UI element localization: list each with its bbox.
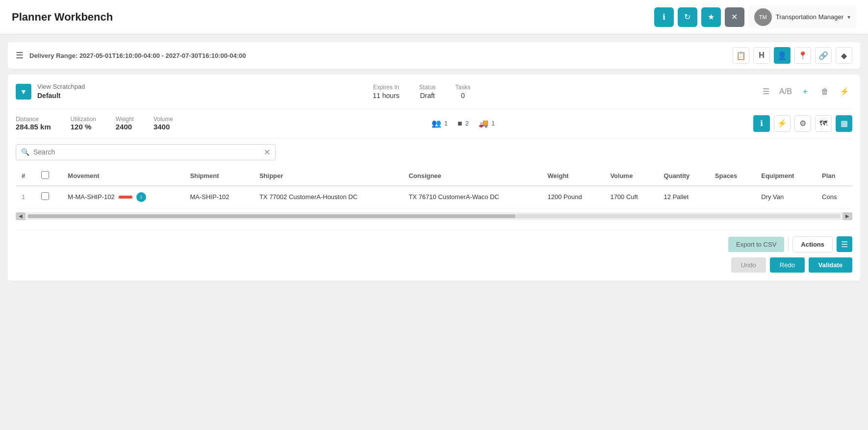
bottom-actions: Export to CSV Actions ☰ [16, 230, 852, 253]
search-icon: 🔍 [21, 148, 29, 156]
delete-action-button[interactable]: 🗑 [817, 84, 833, 100]
scratchpad-info: View Scratchpad Default [37, 82, 85, 101]
validate-button[interactable]: Validate [809, 257, 852, 273]
select-all-checkbox[interactable] [41, 171, 49, 179]
col-equipment: Equipment [755, 166, 816, 186]
scrollbar-track [27, 214, 841, 218]
red-bar-indicator [119, 196, 132, 199]
cell-weight: 1200 Pound [542, 186, 605, 208]
truck-icon: 🚚 [479, 119, 488, 128]
info-button[interactable]: ℹ [654, 7, 674, 27]
tasks-label: Tasks [456, 84, 471, 91]
heading-icon-btn[interactable]: H [753, 47, 770, 64]
volume-label: Volume [153, 116, 173, 123]
table-header-row: # Movement Shipment Shipper Consignee We… [16, 166, 852, 186]
actions-button[interactable]: Actions [792, 236, 833, 253]
app-header: Planner Workbench ℹ ↻ ★ ✕ TM Transportat… [0, 0, 868, 34]
pin-icon-btn[interactable]: 📍 [794, 47, 811, 64]
search-bar: 🔍 ✕ [16, 144, 276, 160]
redo-button[interactable]: Redo [770, 257, 805, 273]
search-clear-button[interactable]: ✕ [264, 148, 270, 157]
close-button[interactable]: ✕ [725, 7, 744, 27]
scroll-left-button[interactable]: ◀ [16, 212, 26, 220]
search-input[interactable] [33, 148, 264, 156]
col-plan: Plan [816, 166, 852, 186]
lightning-stats-button[interactable]: ⚡ [774, 115, 791, 132]
weight-stat: Weight 2400 [116, 116, 134, 131]
cell-plan: Cons [816, 186, 852, 208]
gear-stats-button[interactable]: ⚙ [794, 115, 811, 132]
col-weight: Weight [542, 166, 605, 186]
clipboard-icon-btn[interactable]: 📋 [733, 47, 749, 64]
avatar: TM [754, 8, 772, 26]
row-info-button[interactable]: i [136, 192, 146, 202]
cell-num: 1 [16, 186, 35, 208]
volume-stat: Volume 3400 [153, 116, 173, 131]
info-stats-button[interactable]: ℹ [753, 115, 770, 132]
data-table: # Movement Shipment Shipper Consignee We… [16, 166, 852, 208]
link-icon-btn[interactable]: 🔗 [815, 47, 832, 64]
scroll-right-button[interactable]: ▶ [842, 212, 852, 220]
box-icon: ■ [458, 119, 462, 128]
scratchpad-actions: ☰ A/B + 🗑 ⚡ [758, 84, 852, 100]
text-action-button[interactable]: A/B [778, 84, 793, 100]
top-bar: ☰ Delivery Range: 2027-05-01T16:10:00-04… [8, 42, 860, 69]
stats-left: Distance 284.85 km Utilization 120 % Wei… [16, 116, 173, 131]
volume-value: 3400 [153, 123, 173, 131]
person-icon: 👥 [432, 119, 441, 128]
scratchpad-toggle-button[interactable]: ▼ [16, 84, 31, 100]
map-stats-button[interactable]: 🗺 [815, 115, 832, 132]
stats-row: Distance 284.85 km Utilization 120 % Wei… [16, 109, 852, 138]
badge-3: 🚚 1 [479, 119, 495, 128]
menu-icon[interactable]: ☰ [16, 50, 24, 61]
list-action-button[interactable]: ☰ [758, 84, 774, 100]
row-checkbox[interactable] [41, 192, 49, 200]
data-table-container: # Movement Shipment Shipper Consignee We… [16, 166, 852, 208]
user-profile[interactable]: TM Transportation Manager ▾ [748, 5, 856, 29]
lightning-action-button[interactable]: ⚡ [837, 84, 852, 100]
page-title: Planner Workbench [12, 11, 113, 24]
movement-id: M-MA-SHIP-102 [68, 193, 114, 201]
cell-spaces [709, 186, 755, 208]
grid-stats-button[interactable]: ▦ [836, 115, 852, 132]
status-label: Status [419, 84, 436, 91]
refresh-button[interactable]: ↻ [678, 7, 697, 27]
tasks-value: 0 [456, 92, 471, 100]
expires-in-item: Expires In 11 hours [373, 84, 399, 100]
distance-label: Distance [16, 116, 51, 123]
utilization-label: Utilization [71, 116, 96, 123]
diamond-icon-btn[interactable]: ◆ [836, 47, 852, 64]
col-checkbox [35, 166, 62, 186]
col-movement: Movement [62, 166, 184, 186]
actions-list-button[interactable]: ☰ [837, 236, 852, 252]
chevron-down-icon: ▾ [847, 14, 850, 21]
export-csv-button[interactable]: Export to CSV [728, 237, 784, 252]
badge-2: ■ 2 [458, 119, 469, 128]
cell-checkbox [35, 186, 62, 208]
horizontal-scrollbar[interactable]: ◀ ▶ [16, 212, 852, 220]
scratchpad-name: Default [37, 91, 85, 101]
delivery-range: Delivery Range: 2027-05-01T16:10:00-04:0… [29, 52, 246, 59]
undo-redo-row: Undo Redo Validate [16, 257, 852, 273]
col-quantity: Quantity [658, 166, 709, 186]
top-bar-left: ☰ Delivery Range: 2027-05-01T16:10:00-04… [16, 50, 246, 61]
utilization-value: 120 % [71, 123, 96, 131]
undo-button[interactable]: Undo [731, 257, 766, 273]
table-row: 1 M-MA-SHIP-102 i MA-SHIP-102 TX 77002 C… [16, 186, 852, 208]
add-action-button[interactable]: + [797, 84, 813, 100]
cell-equipment: Dry Van [755, 186, 816, 208]
cell-volume: 1700 Cuft [604, 186, 658, 208]
scratchpad-meta: Expires In 11 hours Status Draft Tasks 0 [373, 84, 470, 100]
star-button[interactable]: ★ [701, 7, 721, 27]
expires-in-label: Expires In [373, 84, 399, 91]
col-spaces: Spaces [709, 166, 755, 186]
header-actions: ℹ ↻ ★ ✕ TM Transportation Manager ▾ [654, 5, 856, 29]
status-item: Status Draft [419, 84, 436, 100]
stats-right: ℹ ⚡ ⚙ 🗺 ▦ [753, 115, 852, 132]
cell-shipper: TX 77002 CustomerA-Houston DC [254, 186, 403, 208]
workbench-card: ▼ View Scratchpad Default Expires In 11 … [8, 75, 860, 280]
user-icon-btn[interactable]: 👤 [774, 47, 791, 64]
scrollbar-thumb [27, 214, 515, 218]
scratchpad-left: ▼ View Scratchpad Default [16, 82, 85, 101]
top-bar-right: 📋 H 👤 📍 🔗 ◆ [733, 47, 852, 64]
